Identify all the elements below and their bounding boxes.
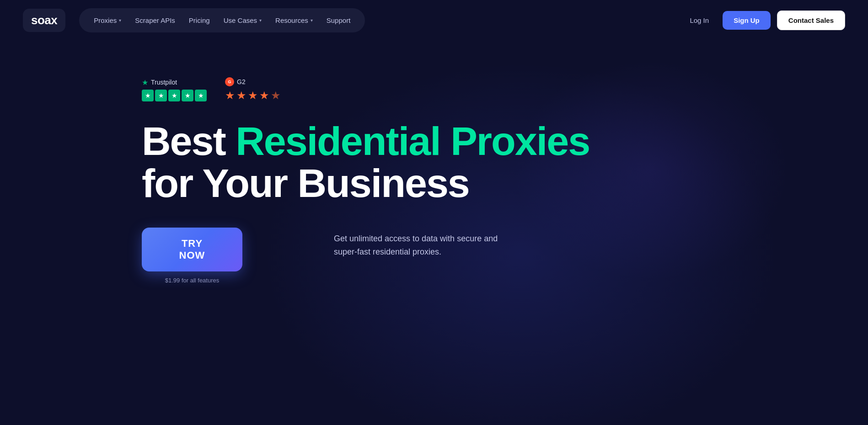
nav-support[interactable]: Support [321, 13, 356, 28]
chevron-down-icon: ▾ [259, 18, 262, 23]
heading-best: Best [142, 118, 225, 164]
try-now-button[interactable]: TRY NOW [142, 228, 242, 271]
nav-pricing[interactable]: Pricing [183, 13, 215, 28]
star-1: ★ [142, 90, 154, 101]
g2-star-1: ★ [225, 89, 235, 102]
g2-star-4: ★ [259, 89, 269, 102]
trustpilot-stars: ★ ★ ★ ★ ★ [142, 90, 207, 101]
heading-for-your-business: for Your Business [142, 160, 469, 206]
nav-scraper-apis[interactable]: Scraper APIs [129, 13, 181, 28]
login-button[interactable]: Log In [682, 12, 716, 29]
star-5: ★ [195, 90, 207, 101]
hero-description: Get unlimited access to data with secure… [334, 228, 508, 259]
nav-use-cases[interactable]: Use Cases ▾ [218, 13, 267, 28]
contact-sales-button[interactable]: Contact Sales [777, 11, 845, 30]
g2-label: G2 [237, 78, 246, 85]
navbar: soax Proxies ▾ Scraper APIs Pricing Use … [0, 0, 868, 41]
g2-star-5: ★ [271, 89, 281, 102]
nav-right: Log In Sign Up Contact Sales [682, 11, 845, 30]
g2-badge-icon: G [225, 77, 234, 86]
g2-stars: ★ ★ ★ ★ ★ [225, 89, 281, 102]
g2-rating: G G2 ★ ★ ★ ★ ★ [225, 77, 281, 102]
nav-proxies[interactable]: Proxies ▾ [88, 13, 127, 28]
trustpilot-label: Trustpilot [151, 79, 177, 86]
trustpilot-rating: ★ Trustpilot ★ ★ ★ ★ ★ [142, 78, 207, 101]
nav-resources[interactable]: Resources ▾ [270, 13, 318, 28]
signup-button[interactable]: Sign Up [723, 11, 771, 30]
star-2: ★ [155, 90, 167, 101]
star-4: ★ [182, 90, 193, 101]
logo-text: soax [31, 13, 57, 27]
cta-section: TRY NOW $1.99 for all features [142, 228, 242, 284]
g2-star-2: ★ [236, 89, 246, 102]
g2-star-3: ★ [248, 89, 258, 102]
star-3: ★ [168, 90, 180, 101]
trustpilot-icon: ★ [142, 78, 148, 87]
hero-section: ★ Trustpilot ★ ★ ★ ★ ★ G G2 ★ ★ ★ ★ ★ [0, 41, 868, 284]
hero-heading: Best Residential Proxies for Your Busine… [142, 120, 845, 205]
logo[interactable]: soax [23, 9, 65, 32]
chevron-down-icon: ▾ [119, 18, 121, 23]
hero-bottom: TRY NOW $1.99 for all features Get unlim… [142, 228, 845, 284]
price-note: $1.99 for all features [165, 277, 220, 284]
heading-residential-proxies: Residential Proxies [236, 118, 589, 164]
chevron-down-icon: ▾ [311, 18, 313, 23]
ratings-row: ★ Trustpilot ★ ★ ★ ★ ★ G G2 ★ ★ ★ ★ ★ [142, 77, 845, 102]
nav-pill: Proxies ▾ Scraper APIs Pricing Use Cases… [79, 8, 365, 32]
